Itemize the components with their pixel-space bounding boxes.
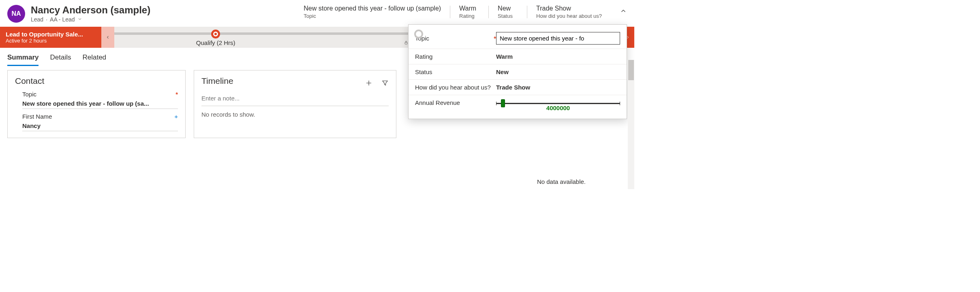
field-value-topic[interactable]: New store opened this year - follow up (… — [22, 98, 178, 109]
annual-revenue-value: 4000000 — [496, 104, 620, 111]
avatar: NA — [7, 5, 25, 23]
bpf-stage-qualify[interactable]: Qualify (2 Hrs) — [114, 28, 317, 46]
timeline-section: Timeline No records to show. — [194, 70, 396, 138]
required-marker: * — [175, 91, 178, 98]
header-field-value[interactable]: Warm — [459, 5, 479, 12]
contact-section-title: Contact — [15, 76, 178, 86]
svg-rect-0 — [405, 43, 407, 45]
no-data-text: No data available. — [537, 178, 586, 185]
flyout-source-value[interactable]: Trade Show — [496, 84, 620, 91]
tab-related[interactable]: Related — [82, 53, 106, 66]
flyout-status-value[interactable]: New — [496, 68, 620, 75]
note-input[interactable] — [201, 91, 389, 106]
chevron-down-icon[interactable] — [77, 16, 82, 23]
header-fields: New store opened this year - follow up (… — [304, 5, 627, 19]
header-field-value[interactable]: Trade Show — [536, 5, 602, 12]
bpf-stage-indicator — [414, 30, 423, 38]
vertical-scrollbar[interactable] — [628, 60, 634, 189]
bpf-stage-indicator-active — [211, 30, 220, 38]
contact-section: Contact Topic * New store opened this ye… — [7, 70, 186, 138]
bpf-summary[interactable]: Lead to Opportunity Sale... Active for 2… — [0, 27, 101, 48]
add-icon[interactable] — [365, 79, 372, 88]
header-field-label: How did you hear about us? — [536, 13, 602, 19]
tab-summary[interactable]: Summary — [7, 53, 39, 66]
header-field-value[interactable]: New — [498, 5, 518, 12]
record-subtitle[interactable]: Lead · AA - Lead — [31, 16, 150, 23]
flyout-topic-input[interactable] — [496, 32, 620, 45]
annual-revenue-slider[interactable]: 4000000 — [496, 99, 620, 111]
field-label-topic: Topic — [22, 91, 36, 98]
filter-icon[interactable] — [381, 79, 389, 88]
record-title: Nancy Anderson (sample) — [31, 5, 150, 15]
timeline-empty-text: No records to show. — [201, 106, 389, 123]
recommended-marker: + — [174, 113, 178, 120]
bpf-prev-button[interactable] — [101, 27, 114, 48]
field-label-firstname: First Name — [22, 113, 52, 120]
header-flyout: Topic* Rating Warm Status New How did yo… — [408, 24, 627, 119]
collapse-header-button[interactable] — [620, 7, 627, 16]
tab-details[interactable]: Details — [50, 53, 71, 66]
header-field-value[interactable]: New store opened this year - follow up (… — [304, 5, 441, 12]
header-field-label: Status — [498, 13, 518, 19]
header-field-label: Rating — [459, 13, 479, 19]
entity-name: Lead — [31, 16, 43, 23]
flyout-rating-value[interactable]: Warm — [496, 53, 620, 60]
scrollbar-thumb[interactable] — [628, 60, 634, 80]
form-name: AA - Lead — [50, 16, 75, 23]
header-field-label: Topic — [304, 13, 441, 19]
field-value-firstname[interactable]: Nancy — [22, 120, 178, 131]
timeline-title: Timeline — [201, 76, 233, 86]
